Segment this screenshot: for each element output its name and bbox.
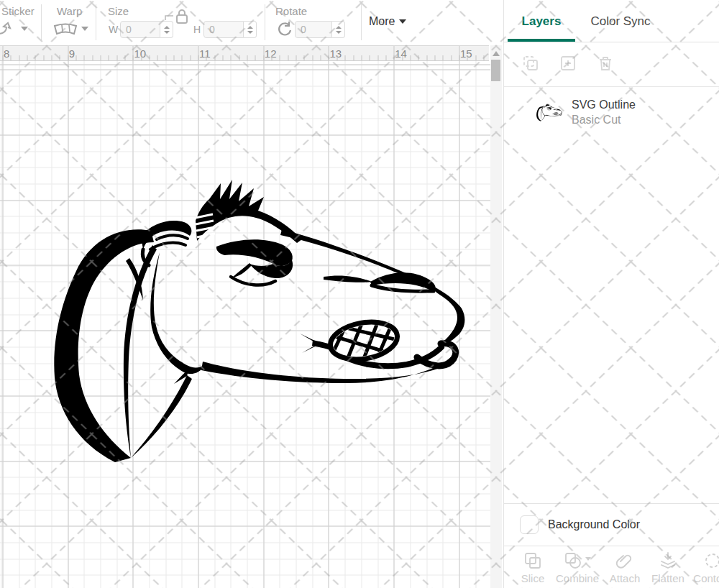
ruler-number: 15 bbox=[460, 47, 472, 60]
vertical-scrollbar[interactable] bbox=[490, 45, 502, 588]
contour-button[interactable]: Contour bbox=[690, 551, 719, 584]
height-input[interactable] bbox=[203, 21, 244, 38]
width-field-letter: W bbox=[109, 24, 118, 35]
more-label: More bbox=[369, 15, 395, 28]
divider bbox=[41, 4, 42, 40]
panel-spacer bbox=[504, 137, 719, 503]
background-color-label: Background Color bbox=[548, 518, 640, 531]
layers-panel: Layers Color Sync bbox=[503, 0, 719, 588]
attach-icon bbox=[615, 551, 634, 570]
slice-icon bbox=[523, 551, 542, 570]
rotate-label: Rotate bbox=[275, 5, 307, 17]
layer-title: SVG Outline bbox=[572, 98, 636, 111]
contour-icon bbox=[703, 551, 719, 570]
flatten-icon bbox=[659, 551, 677, 570]
attach-button[interactable]: Attach bbox=[602, 551, 648, 584]
layer-actions-row bbox=[504, 42, 719, 87]
sticker-dropdown-caret[interactable] bbox=[21, 27, 28, 31]
top-toolbar: Sticker Warp Size W H Rotate bbox=[0, 0, 503, 45]
divider bbox=[96, 4, 96, 40]
flatten-button[interactable]: Flatten bbox=[645, 551, 691, 584]
layer-thumbnail-camel bbox=[536, 102, 563, 122]
ruler-number: 13 bbox=[330, 47, 342, 60]
layer-subtitle: Basic Cut bbox=[572, 114, 636, 127]
background-color-row[interactable]: Background Color bbox=[504, 503, 719, 546]
active-tab-underline bbox=[508, 39, 575, 42]
size-label: Size bbox=[108, 5, 129, 17]
divider bbox=[265, 4, 265, 40]
height-stepper[interactable] bbox=[244, 21, 257, 38]
warp-label: Warp bbox=[57, 5, 82, 17]
rotate-icon[interactable] bbox=[277, 21, 293, 37]
lock-aspect-icon[interactable] bbox=[165, 9, 193, 24]
design-canvas[interactable] bbox=[0, 61, 490, 588]
sticker-label: Sticker bbox=[1, 5, 35, 17]
combine-caret-icon bbox=[585, 557, 591, 561]
combine-button[interactable]: Combine bbox=[554, 551, 600, 584]
combine-icon bbox=[564, 551, 582, 570]
panel-tabbar: Layers Color Sync bbox=[504, 0, 719, 42]
duplicate-icon[interactable] bbox=[522, 55, 539, 74]
ruler-number: 11 bbox=[199, 47, 211, 60]
rotate-input[interactable] bbox=[295, 21, 332, 38]
ruler-number: 12 bbox=[265, 47, 277, 60]
tab-color-sync[interactable]: Color Sync bbox=[585, 14, 656, 29]
ruler-number: 10 bbox=[134, 47, 146, 60]
rotate-stepper[interactable] bbox=[332, 21, 345, 38]
scroll-up-arrow-icon[interactable] bbox=[493, 51, 500, 56]
trash-icon[interactable] bbox=[597, 55, 614, 74]
warp-dropdown-caret[interactable] bbox=[81, 27, 88, 31]
design-app: Sticker Warp Size W H Rotate bbox=[0, 0, 719, 588]
layer-row-svg-outline[interactable]: SVG Outline Basic Cut bbox=[504, 87, 719, 137]
ruler-number: 14 bbox=[395, 47, 407, 60]
divider bbox=[361, 4, 362, 40]
background-color-swatch[interactable] bbox=[520, 515, 539, 534]
ruler-number: 9 bbox=[69, 47, 75, 60]
more-button[interactable]: More bbox=[369, 15, 406, 28]
sticker-icon[interactable] bbox=[0, 20, 12, 36]
camel-artwork[interactable] bbox=[43, 169, 475, 478]
horizontal-ruler: 89101112131415 bbox=[0, 45, 489, 61]
bottom-toolbar: Slice Combine Attach bbox=[504, 546, 719, 588]
ruler-number: 8 bbox=[4, 47, 9, 60]
more-caret-icon bbox=[399, 19, 406, 24]
add-layer-icon[interactable] bbox=[559, 55, 577, 74]
warp-icon[interactable] bbox=[52, 22, 80, 37]
scrollbar-thumb[interactable] bbox=[491, 60, 500, 81]
width-input[interactable] bbox=[120, 21, 160, 38]
height-field-letter: H bbox=[193, 24, 201, 35]
slice-button[interactable]: Slice bbox=[510, 551, 556, 584]
tab-layers[interactable]: Layers bbox=[508, 14, 575, 29]
